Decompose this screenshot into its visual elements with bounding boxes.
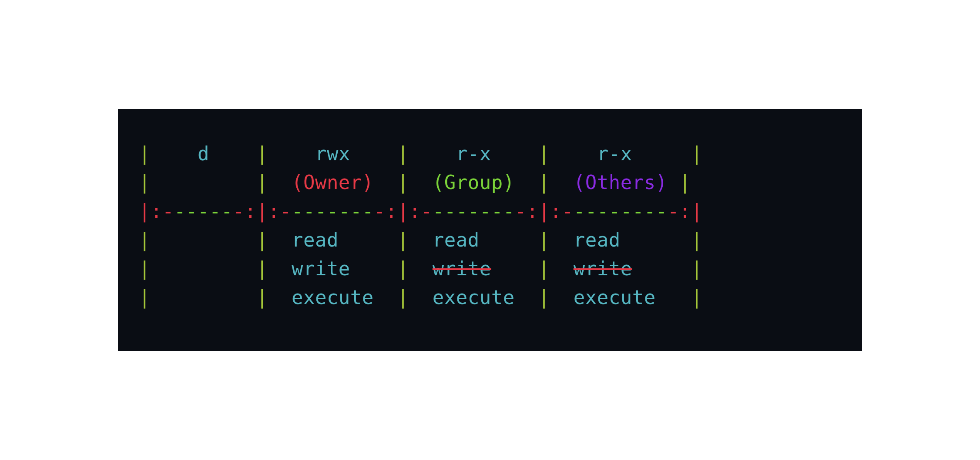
- dash-icon: -: [315, 200, 327, 222]
- pipe-icon: |: [256, 257, 268, 280]
- pipe-icon: |: [256, 229, 268, 251]
- perm-write-owner: write: [292, 257, 350, 280]
- colon-icon: :: [679, 200, 691, 222]
- colon-icon: :: [527, 200, 538, 222]
- pipe-icon: |: [397, 200, 409, 222]
- dash-icon: -: [585, 200, 597, 222]
- permissions-diagram: | d | rwx | r-x | r-x | | | (Owner) | (G…: [118, 109, 862, 351]
- pipe-icon: |: [139, 200, 151, 222]
- dash-icon: -: [233, 200, 245, 222]
- dash-icon: -: [597, 200, 609, 222]
- pipe-icon: |: [538, 200, 550, 222]
- dash-icon: -: [621, 200, 632, 222]
- colon-icon: :: [268, 200, 280, 222]
- pipe-icon: |: [397, 257, 409, 280]
- pipe-icon: |: [397, 142, 409, 165]
- perm-read-group: read: [433, 229, 480, 251]
- perm-execute-group: execute: [433, 286, 515, 308]
- dash-icon: -: [162, 200, 174, 222]
- row-roles: | | (Owner) | (Group) | (Others) |: [139, 168, 841, 197]
- pipe-icon: |: [397, 171, 409, 193]
- colon-icon: :: [245, 200, 256, 222]
- pipe-icon: |: [397, 286, 409, 308]
- pipe-icon: |: [139, 257, 151, 280]
- dash-icon: -: [174, 200, 186, 222]
- pipe-icon: |: [139, 286, 151, 308]
- dash-icon: -: [656, 200, 668, 222]
- row-flags: | d | rwx | r-x | r-x |: [139, 139, 841, 168]
- pipe-icon: |: [256, 286, 268, 308]
- pipe-icon: |: [256, 171, 268, 193]
- colon-icon: :: [386, 200, 397, 222]
- pipe-icon: |: [256, 200, 268, 222]
- dash-icon: -: [350, 200, 362, 222]
- pipe-icon: |: [139, 171, 151, 193]
- pipe-icon: |: [538, 171, 550, 193]
- pipe-icon: |: [691, 142, 703, 165]
- perm-write-group-denied: write: [433, 257, 491, 280]
- dash-icon: -: [515, 200, 527, 222]
- dash-icon: -: [468, 200, 480, 222]
- row-read: | | read | read | read |: [139, 226, 841, 254]
- dash-icon: -: [221, 200, 233, 222]
- pipe-icon: |: [139, 229, 151, 251]
- dash-icon: -: [198, 200, 209, 222]
- flag-owner: rwx: [315, 142, 350, 165]
- flag-others: r-x: [597, 142, 632, 165]
- perm-execute-others: execute: [574, 286, 656, 308]
- dash-icon: -: [456, 200, 468, 222]
- dash-icon: -: [374, 200, 386, 222]
- pipe-icon: |: [538, 286, 550, 308]
- perm-execute-owner: execute: [292, 286, 374, 308]
- dash-icon: -: [280, 200, 292, 222]
- flag-type: d: [198, 142, 209, 165]
- dash-icon: -: [562, 200, 574, 222]
- dash-icon: -: [503, 200, 515, 222]
- role-group: (Group): [433, 171, 515, 193]
- pipe-icon: |: [256, 142, 268, 165]
- dash-icon: -: [292, 200, 303, 222]
- dash-icon: -: [574, 200, 585, 222]
- perm-read-others: read: [574, 229, 621, 251]
- dash-icon: -: [209, 200, 221, 222]
- dash-icon: -: [433, 200, 444, 222]
- perm-write-others-denied: write: [574, 257, 632, 280]
- dash-icon: -: [491, 200, 503, 222]
- pipe-icon: |: [538, 257, 550, 280]
- dash-icon: -: [668, 200, 679, 222]
- pipe-icon: |: [691, 257, 703, 280]
- pipe-icon: |: [691, 200, 703, 222]
- row-separator: |:-------:|:---------:|:---------:|:----…: [139, 197, 841, 226]
- dash-icon: -: [444, 200, 456, 222]
- row-write: | | write | write | write |: [139, 254, 841, 283]
- pipe-icon: |: [538, 229, 550, 251]
- dash-icon: -: [632, 200, 644, 222]
- dash-icon: -: [339, 200, 350, 222]
- pipe-icon: |: [538, 142, 550, 165]
- colon-icon: :: [151, 200, 162, 222]
- pipe-icon: |: [679, 171, 691, 193]
- perm-read-owner: read: [292, 229, 339, 251]
- pipe-icon: |: [139, 142, 151, 165]
- dash-icon: -: [327, 200, 339, 222]
- dash-icon: -: [186, 200, 198, 222]
- dash-icon: -: [480, 200, 491, 222]
- dash-icon: -: [609, 200, 621, 222]
- pipe-icon: |: [691, 286, 703, 308]
- colon-icon: :: [550, 200, 562, 222]
- dash-icon: -: [421, 200, 433, 222]
- pipe-icon: |: [397, 229, 409, 251]
- dash-icon: -: [303, 200, 315, 222]
- row-execute: | | execute | execute | execute |: [139, 283, 841, 312]
- colon-icon: :: [409, 200, 421, 222]
- flag-group: r-x: [456, 142, 491, 165]
- role-others: (Others): [574, 171, 668, 193]
- dash-icon: -: [362, 200, 374, 222]
- dash-icon: -: [644, 200, 656, 222]
- pipe-icon: |: [691, 229, 703, 251]
- role-owner: (Owner): [292, 171, 374, 193]
